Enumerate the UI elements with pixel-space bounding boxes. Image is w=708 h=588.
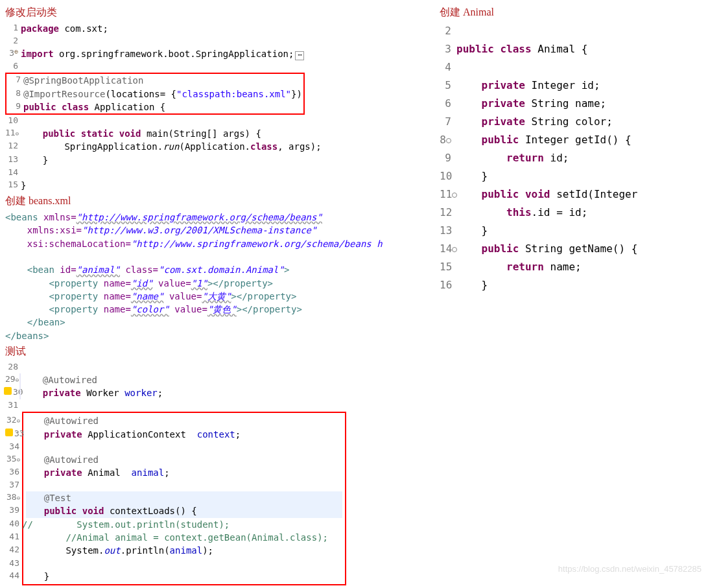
code-keyword: this (506, 206, 532, 218)
code-annotation: @SpringBootApplication (23, 75, 143, 86)
xml-value: "id" (131, 278, 153, 288)
xml-tag: ></property> (207, 278, 273, 288)
code-keyword: private (44, 467, 82, 478)
code-token: id; (544, 152, 569, 164)
code-token: name; (544, 261, 582, 273)
code-field: out (104, 545, 120, 556)
code-token: .id = id; (532, 206, 588, 218)
warning-icon (5, 429, 13, 436)
xml-tag: <bean (5, 265, 54, 275)
code-token: main(String[] args) { (141, 128, 261, 139)
code-token: }) (291, 89, 302, 99)
code-keyword: static (81, 128, 114, 139)
test-code-block: 28 29⊖ @Autowired 30 private Worker work… (5, 361, 429, 588)
code-token: Worker (81, 388, 124, 398)
xml-tag: ></property> (231, 291, 296, 301)
code-field: animal (132, 467, 165, 478)
xml-attr: xmlns= (38, 212, 77, 222)
xml-tag: <property (5, 304, 98, 314)
xml-attr: name= (98, 291, 131, 301)
code-keyword: public (482, 242, 519, 255)
code-keyword: private (482, 97, 525, 110)
code-token: String color; (525, 115, 613, 128)
beans-xml-block: <beans xmlns="http://www.springframework… (5, 211, 429, 342)
code-token: ApplicationContext (82, 429, 197, 440)
code-field: worker (124, 388, 158, 398)
code-comment: // System.out.println(student); (22, 519, 230, 530)
xml-tag: <property (5, 278, 98, 288)
code-token: ; (158, 388, 163, 398)
section-title-modify: 修改启动类 (5, 6, 429, 19)
code-token: .println( (121, 545, 170, 556)
xml-attr: xmlns:xsi= (5, 225, 82, 235)
code-keyword: private (44, 429, 82, 440)
code-token: } (482, 224, 488, 237)
xml-attr: id= (54, 265, 77, 275)
xml-attr: name= (98, 304, 131, 314)
code-keyword: private (43, 388, 81, 398)
code-token: org.springframework.boot.SpringApplicati… (54, 49, 294, 59)
code-token: Animal { (532, 43, 588, 55)
code-keyword: public (44, 506, 77, 516)
code-token: package (21, 23, 59, 34)
code-token: } (21, 179, 429, 192)
xml-attr: xsi:schemaLocation= (5, 239, 131, 249)
code-keyword: class (250, 141, 277, 152)
code-keyword: class (62, 102, 89, 112)
application-code-block: 1package com.sxt; 2 3⊕import org.springf… (5, 22, 429, 192)
code-keyword: private (482, 115, 525, 128)
code-keyword: public (482, 188, 519, 200)
animal-code-block: 2 3public class Animal { 4 5 private Int… (440, 22, 702, 294)
code-token: com.sxt; (59, 23, 108, 34)
code-token: , args); (277, 141, 321, 152)
code-keyword: public (23, 102, 56, 112)
code-keyword: class (500, 43, 531, 55)
code-token: String name; (525, 97, 606, 110)
code-comment: //Animal animal = context.getBean(Animal… (22, 532, 328, 543)
code-field: animal (170, 545, 203, 556)
code-keyword: void (119, 128, 141, 139)
code-annotation: @Autowired (44, 416, 99, 426)
xml-value: "1" (191, 278, 207, 288)
xml-value: "http://www.w3.org/2001/XMLSchema-instan… (82, 225, 316, 235)
code-token: System. (22, 545, 104, 556)
code-token: Integer id; (525, 79, 600, 91)
code-token: Animal (82, 467, 132, 478)
code-token: ; (235, 429, 241, 440)
xml-tag: <property (5, 291, 98, 301)
xml-value: "com.sxt.domain.Animal" (158, 265, 284, 275)
section-title-beans: 创建 beans.xml (5, 194, 429, 208)
code-token: SpringApplication. (21, 141, 163, 152)
xml-attr: value= (163, 291, 202, 301)
xml-attr: value= (153, 278, 191, 288)
xml-attr: name= (98, 278, 131, 288)
code-token: Application { (89, 102, 165, 112)
xml-tag: </beans> (5, 331, 49, 341)
code-token: ); (202, 545, 213, 556)
code-keyword: void (82, 506, 104, 516)
code-keyword: private (482, 79, 525, 91)
code-keyword: public (43, 128, 76, 139)
xml-tag: > (284, 265, 289, 275)
code-field: context (197, 429, 235, 440)
code-token: ; (164, 467, 169, 478)
xml-tag: </bean> (5, 317, 65, 327)
code-string: "classpath:beans.xml" (176, 89, 291, 99)
code-token: (locations= { (105, 89, 176, 99)
xml-attr: value= (169, 304, 207, 314)
code-token: (Application. (179, 141, 250, 152)
code-keyword: public (482, 134, 519, 146)
xml-value: "name" (131, 291, 164, 301)
xml-tag: ></property> (237, 304, 302, 314)
collapse-icon[interactable]: ⋯ (295, 51, 304, 60)
code-token: Integer getId() { (519, 134, 631, 146)
code-keyword: return (506, 261, 544, 273)
xml-value: "color" (131, 304, 169, 314)
code-token: contextLoads() { (104, 506, 196, 516)
xml-value: "黄色" (207, 304, 237, 314)
code-keyword: void (525, 188, 550, 200)
code-annotation: @Test (44, 493, 71, 503)
xml-value: "http://www.springframework.org/schema/b… (131, 239, 383, 249)
xml-value: "大黄" (202, 291, 231, 301)
code-token: setId(Integer (550, 188, 638, 200)
